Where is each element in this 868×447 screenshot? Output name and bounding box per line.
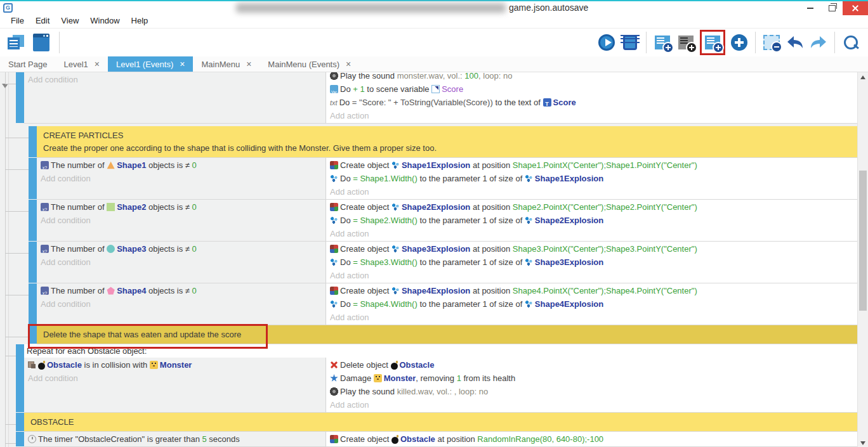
- tab-level1-events[interactable]: Level1 (Events)×: [108, 56, 194, 72]
- actions-cell[interactable]: Delete object ObstacleDamage Monster, re…: [326, 358, 858, 412]
- action-line[interactable]: Do = Shape4.Width() to the parameter 1 o…: [326, 297, 858, 311]
- close-button[interactable]: [843, 1, 868, 15]
- menu-file[interactable]: File: [5, 14, 30, 28]
- add-condition-link[interactable]: Add condition: [37, 214, 326, 227]
- conditions-cell[interactable]: The number of Shape3 objects is ≠ 0Add c…: [37, 242, 326, 283]
- action-line[interactable]: Do = Shape1.Width() to the parameter 1 o…: [326, 172, 858, 185]
- comment-box[interactable]: CREATE PARTICLESCreate the proper one ac…: [37, 126, 858, 158]
- actions-cell[interactable]: Create object Obstacle at position Rando…: [326, 432, 858, 446]
- add-action-link[interactable]: Add action: [326, 311, 858, 324]
- tab-start-page[interactable]: Start Page: [0, 56, 55, 72]
- add-action-link[interactable]: Add action: [326, 227, 858, 240]
- scene-editor-button[interactable]: [32, 32, 51, 53]
- scroll-down-button[interactable]: [858, 438, 868, 447]
- add-condition-link[interactable]: Add condition: [24, 73, 326, 86]
- event-row[interactable]: The number of Shape2 objects is ≠ 0Add c…: [0, 200, 858, 242]
- add-action-link[interactable]: Add action: [326, 398, 858, 411]
- add-action-link[interactable]: Add action: [326, 185, 858, 198]
- gdevelop-logo-icon: G: [3, 3, 13, 13]
- action-line[interactable]: Play the sound monster.wav, vol.: 100, l…: [326, 72, 858, 82]
- repeat-event-header[interactable]: Repeat for each Obstacle object:: [24, 344, 858, 358]
- event-row[interactable]: Repeat for each Obstacle object:Obstacle…: [0, 344, 858, 413]
- add-condition-link[interactable]: Add condition: [37, 172, 326, 185]
- condition-line[interactable]: The number of Shape1 objects is ≠ 0: [37, 159, 326, 172]
- token-expr: = Shape2.Width(): [353, 216, 418, 225]
- event-row[interactable]: The number of Shape1 objects is ≠ 0Add c…: [0, 158, 858, 200]
- add-events-sheet-button[interactable]: [703, 32, 722, 53]
- action-line[interactable]: Play the sound killed.wav, vol.: , loop:…: [326, 385, 858, 398]
- restore-button[interactable]: [821, 1, 843, 15]
- token-t: at position: [470, 286, 513, 295]
- comment-box[interactable]: Delete the shape that was eaten and upda…: [37, 325, 858, 344]
- action-line[interactable]: Create object Obstacle at position Rando…: [326, 432, 858, 446]
- action-line[interactable]: txtDo = "Score: " + ToString(Variable(Sc…: [326, 96, 858, 109]
- menu-edit[interactable]: Edit: [30, 14, 55, 28]
- actions-cell[interactable]: Create object Shape2Explosion at positio…: [326, 200, 858, 241]
- action-line[interactable]: Do = Shape2.Width() to the parameter 1 o…: [326, 214, 858, 227]
- event-row[interactable]: The number of Shape3 objects is ≠ 0Add c…: [0, 242, 858, 283]
- condition-line[interactable]: The number of Shape2 objects is ≠ 0: [37, 200, 326, 214]
- action-line[interactable]: Create object Shape4Explosion at positio…: [326, 284, 858, 297]
- tab-mainmenu-events[interactable]: MainMenu (Events)×: [260, 56, 359, 72]
- comment-row[interactable]: Delete the shape that was eaten and upda…: [0, 325, 858, 344]
- condition-line[interactable]: The number of Shape4 objects is ≠ 0: [37, 284, 326, 297]
- play-button[interactable]: [597, 32, 616, 53]
- actions-cell[interactable]: Create object Shape4Explosion at positio…: [326, 283, 858, 325]
- action-line[interactable]: Do + 1 to scene variable Score: [326, 82, 858, 96]
- tab-close-icon[interactable]: ×: [180, 59, 185, 69]
- condition-line[interactable]: Obstacle is in collision with Monster: [24, 358, 326, 372]
- event-row[interactable]: The timer "ObstacleCreation" is greater …: [0, 432, 858, 447]
- add-action-link[interactable]: Add action: [326, 109, 858, 122]
- scrollbar-thumb[interactable]: [859, 171, 867, 311]
- add-scene-button[interactable]: [653, 32, 672, 53]
- add-action-link[interactable]: Add action: [326, 269, 858, 282]
- action-line[interactable]: Do = Shape3.Width() to the parameter 1 o…: [326, 256, 858, 269]
- actions-cell[interactable]: Play the sound monster.wav, vol.: 100, l…: [326, 72, 858, 123]
- comment-row[interactable]: CREATE PARTICLESCreate the proper one ac…: [0, 126, 858, 158]
- conditions-cell[interactable]: The number of Shape4 objects is ≠ 0Add c…: [37, 283, 326, 325]
- comment-title: OBSTACLE: [30, 417, 852, 427]
- event-row[interactable]: Add conditionPlay the sound monster.wav,…: [0, 72, 858, 124]
- vertical-scrollbar[interactable]: [857, 72, 868, 447]
- action-line[interactable]: Create object Shape1Explosion at positio…: [326, 159, 858, 172]
- bomb-icon: [391, 437, 398, 444]
- add-condition-link[interactable]: Add condition: [37, 256, 326, 269]
- condition-line[interactable]: The number of Shape3 objects is ≠ 0: [37, 242, 326, 256]
- token-t: to the text of: [493, 98, 543, 107]
- redo-button[interactable]: [809, 32, 828, 53]
- tab-close-icon[interactable]: ×: [246, 59, 251, 69]
- add-condition-link[interactable]: Add condition: [37, 297, 326, 311]
- action-line[interactable]: Create object Shape2Explosion at positio…: [326, 200, 858, 214]
- actions-cell[interactable]: Create object Shape3Explosion at positio…: [326, 242, 858, 283]
- tab-close-icon[interactable]: ×: [346, 59, 351, 69]
- menu-view[interactable]: View: [55, 14, 84, 28]
- actions-cell[interactable]: Create object Shape1Explosion at positio…: [326, 158, 858, 199]
- event-row[interactable]: The number of Shape4 objects is ≠ 0Add c…: [0, 283, 858, 325]
- remove-selection-button[interactable]: [762, 32, 781, 53]
- search-button[interactable]: [841, 32, 860, 53]
- add-external-events-button[interactable]: [676, 32, 695, 53]
- undo-button[interactable]: [786, 32, 805, 53]
- menu-window[interactable]: Window: [84, 14, 125, 28]
- events-sheet-button[interactable]: [6, 32, 25, 53]
- conditions-cell[interactable]: Obstacle is in collision with MonsterAdd…: [24, 358, 326, 412]
- tab-level1[interactable]: Level1×: [55, 56, 108, 72]
- comment-box[interactable]: OBSTACLE: [24, 413, 858, 432]
- menu-help[interactable]: Help: [126, 14, 154, 28]
- comment-row[interactable]: OBSTACLE: [0, 413, 858, 432]
- action-line[interactable]: Delete object Obstacle: [326, 358, 858, 372]
- action-line[interactable]: Damage Monster, removing 1 from its heal…: [326, 372, 858, 385]
- conditions-cell[interactable]: Add condition: [24, 72, 326, 123]
- tab-mainmenu[interactable]: MainMenu×: [193, 56, 260, 72]
- conditions-cell[interactable]: The timer "ObstacleCreation" is greater …: [24, 432, 326, 446]
- add-object-button[interactable]: [730, 32, 749, 53]
- conditions-cell[interactable]: The number of Shape1 objects is ≠ 0Add c…: [37, 158, 326, 199]
- minimize-button[interactable]: [799, 1, 821, 15]
- conditions-cell[interactable]: The number of Shape2 objects is ≠ 0Add c…: [37, 200, 326, 241]
- action-line[interactable]: Create object Shape3Explosion at positio…: [326, 242, 858, 256]
- add-condition-link[interactable]: Add condition: [24, 372, 326, 385]
- debug-button[interactable]: [621, 32, 640, 53]
- condition-line[interactable]: The timer "ObstacleCreation" is greater …: [24, 432, 326, 446]
- scroll-up-button[interactable]: [858, 72, 868, 82]
- tab-close-icon[interactable]: ×: [95, 59, 100, 69]
